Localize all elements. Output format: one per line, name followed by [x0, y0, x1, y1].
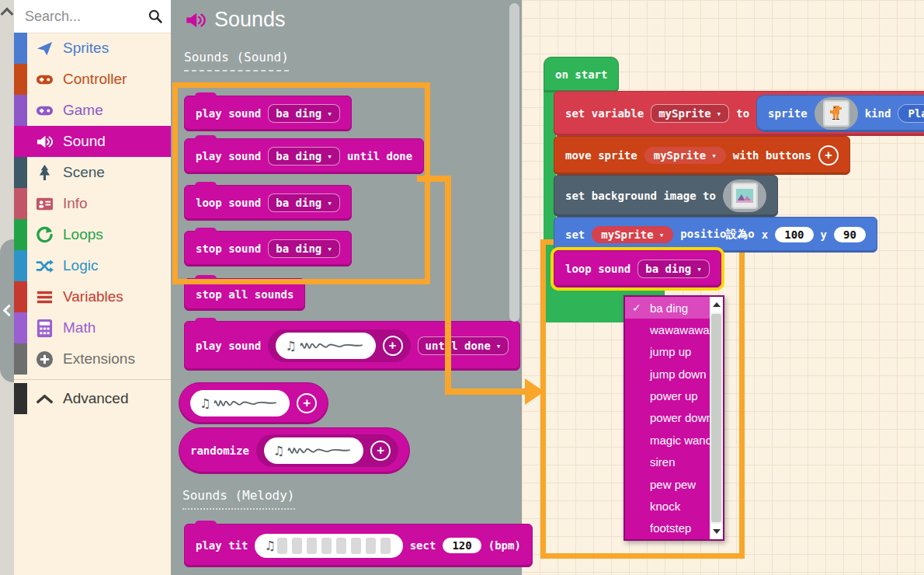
sound-wave-preview[interactable]: ♫: [264, 437, 363, 464]
dropdown-item[interactable]: ✓ba ding: [625, 297, 710, 319]
x-value-field[interactable]: 100: [775, 227, 813, 242]
sound-wave-preview[interactable]: ♫: [190, 390, 290, 416]
dropdown-item[interactable]: siren: [625, 451, 710, 473]
category-color-strip: [14, 219, 27, 250]
category-color-strip: [14, 64, 27, 95]
block-loop-sound[interactable]: loop sound ba ding: [184, 185, 352, 221]
block-sprite-of-kind[interactable]: sprite kind Player: [756, 95, 924, 132]
waveform-icon: [298, 336, 365, 355]
sidebar-item-advanced[interactable]: Advanced: [14, 383, 171, 414]
sound-dropdown-field[interactable]: ba ding: [268, 104, 340, 123]
expand-sound-button[interactable]: +: [370, 441, 391, 461]
dropdown-item[interactable]: jump up: [625, 341, 710, 363]
block-loop-sound-selected[interactable]: loop sound ba ding: [554, 250, 721, 288]
expand-block-button[interactable]: +: [818, 145, 839, 166]
dropdown-scrollbar[interactable]: [710, 297, 723, 539]
background-image-field[interactable]: [723, 179, 766, 212]
scroll-up-button[interactable]: [710, 297, 723, 312]
dropdown-item[interactable]: knock: [625, 495, 710, 517]
block-sound-reporter[interactable]: ♫ +: [179, 382, 328, 424]
sidebar-item-sprites[interactable]: Sprites: [14, 33, 171, 64]
expand-sound-button[interactable]: +: [297, 393, 317, 413]
sidebar-item-label: Extensions: [63, 350, 135, 368]
category-color-strip: [14, 281, 27, 312]
dropdown-item[interactable]: power up: [625, 385, 710, 406]
search-bar[interactable]: [14, 0, 171, 33]
block-play-sound-until-done[interactable]: play sound ba ding until done: [184, 138, 424, 174]
section-label-sound: Sounds (Sound): [184, 50, 289, 71]
block-set-position[interactable]: set mySprite positio設為o x 100 y 90: [554, 217, 877, 253]
checkmark-icon: ✓: [632, 301, 641, 314]
expand-sound-button[interactable]: +: [383, 336, 403, 356]
block-play-melody[interactable]: play tit ♫ sect 120 (bpm): [184, 524, 533, 567]
block-set-variable[interactable]: set variable mySprite to sprite kind Pla…: [554, 91, 924, 136]
dropdown-item[interactable]: magic wand: [625, 429, 710, 451]
block-label: (bpm): [488, 539, 521, 552]
sprite-image-field[interactable]: [815, 97, 858, 130]
sound-dropdown-menu: ✓ba dingwawawawaajump upjump downpower u…: [624, 295, 724, 541]
flyout-scrollbar[interactable]: [509, 3, 519, 322]
mode-dropdown-field[interactable]: until done: [418, 336, 509, 355]
block-play-sound-wave[interactable]: play sound ♫ + until done: [184, 321, 520, 371]
block-label: sprite: [768, 107, 808, 120]
search-input[interactable]: [23, 8, 148, 26]
sidebar-item-extensions[interactable]: Extensions: [14, 343, 171, 375]
sidebar-item-sound[interactable]: Sound: [14, 126, 171, 157]
category-color-strip: [14, 343, 27, 375]
sound-dropdown-field[interactable]: ba ding: [268, 147, 340, 166]
calculator-icon: [36, 319, 54, 337]
kind-dropdown-field[interactable]: Player: [898, 104, 924, 123]
sidebar-item-scene[interactable]: Scene: [14, 157, 171, 188]
block-label: play sound: [196, 340, 261, 352]
tempo-value-field[interactable]: 120: [443, 538, 481, 553]
block-stop-all-sounds[interactable]: stop all sounds: [184, 278, 305, 311]
scrollbar-thumb[interactable]: [711, 314, 721, 522]
sidebar-item-label: Info: [63, 195, 88, 212]
block-label: loop sound: [565, 263, 630, 275]
sidebar-item-label: Sound: [63, 133, 106, 150]
music-note-icon: ♫: [201, 397, 209, 410]
triangle-down-icon: [713, 529, 721, 534]
flyout-header: Sounds: [185, 8, 286, 32]
sidebar-item-label: Scene: [63, 164, 105, 181]
scroll-down-button[interactable]: [710, 524, 723, 539]
block-play-sound[interactable]: play sound ba ding: [184, 96, 352, 131]
sidebar-item-variables[interactable]: Variables: [14, 281, 171, 312]
music-note-icon: ♫: [266, 539, 273, 552]
block-move-sprite[interactable]: move sprite mySprite with buttons +: [554, 136, 850, 175]
dropdown-item[interactable]: wawawawaa: [625, 319, 710, 340]
sidebar-item-loops[interactable]: Loops: [14, 219, 171, 250]
block-label: on start: [555, 68, 607, 81]
sidebar-item-math[interactable]: Math: [14, 312, 171, 343]
sound-wave-preview[interactable]: ♫: [276, 333, 375, 359]
block-on-start[interactable]: on start: [544, 57, 619, 92]
y-value-field[interactable]: 90: [834, 227, 866, 242]
sound-dropdown-field[interactable]: ba ding: [637, 260, 710, 278]
dropdown-item[interactable]: footstep: [625, 518, 710, 539]
block-set-background-image[interactable]: set background image to: [554, 175, 778, 217]
music-note-icon: ♫: [287, 340, 294, 353]
block-stop-sound[interactable]: stop sound ba ding: [184, 231, 352, 267]
dropdown-item[interactable]: power down: [625, 407, 710, 429]
dropdown-item[interactable]: pew pew: [625, 473, 710, 495]
makecode-arcade-editor: Sprites Controller Game Sound Scene Info: [0, 0, 924, 575]
sidebar-item-controller[interactable]: Controller: [14, 64, 171, 95]
variable-dropdown-field[interactable]: mySprite: [644, 147, 726, 164]
sound-dropdown-field[interactable]: ba ding: [268, 193, 340, 212]
block-randomize-sound[interactable]: randomize ♫ +: [179, 427, 410, 474]
dropdown-item[interactable]: jump down: [625, 363, 710, 385]
block-label: until done: [347, 150, 412, 162]
search-icon[interactable]: [148, 9, 163, 24]
sidebar-item-info[interactable]: Info: [14, 188, 171, 219]
variable-dropdown-field[interactable]: mySprite: [592, 226, 673, 243]
variable-dropdown-field[interactable]: mySprite: [651, 104, 729, 123]
sound-dropdown-field[interactable]: ba ding: [268, 239, 340, 258]
block-label: set background image to: [565, 190, 716, 202]
waveform-icon: [286, 441, 353, 460]
sidebar-item-logic[interactable]: Logic: [14, 250, 171, 281]
collapse-up-chevron-icon[interactable]: [1, 8, 14, 21]
bars-icon: [36, 288, 54, 306]
block-label: loop sound: [196, 197, 261, 209]
sidebar-item-game[interactable]: Game: [14, 95, 171, 126]
melody-editor-preview[interactable]: ♫: [255, 534, 402, 558]
